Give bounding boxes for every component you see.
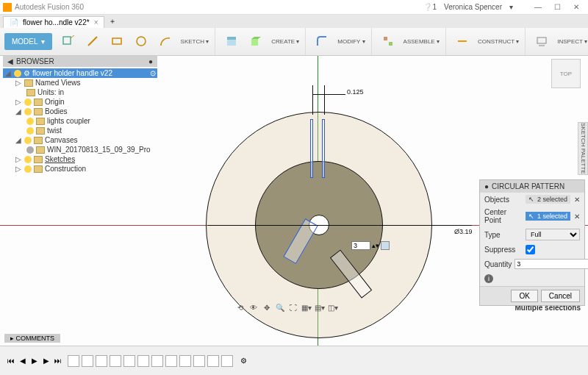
timeline-back-icon[interactable]: ◀: [18, 356, 28, 366]
look-icon[interactable]: 👁: [248, 303, 259, 313]
zoom-icon[interactable]: 🔍: [275, 303, 285, 313]
assemble-dropdown[interactable]: ASSEMBLE ▾: [401, 28, 442, 54]
slot-profile[interactable]: [310, 119, 313, 178]
help-badge[interactable]: ❔1: [423, 3, 437, 11]
minimize-button[interactable]: —: [529, 1, 547, 13]
objects-selector[interactable]: ↖ 2 selected: [526, 195, 570, 204]
pattern-qty-popup[interactable]: ▴▾: [351, 241, 390, 250]
new-tab-button[interactable]: ＋: [104, 15, 121, 28]
circle-tool[interactable]: [129, 28, 153, 54]
center-selector[interactable]: ↖ 1 selected: [526, 212, 570, 221]
maximize-button[interactable]: ☐: [548, 1, 566, 13]
ok-button[interactable]: OK: [511, 290, 537, 302]
arc-tool[interactable]: [154, 28, 177, 54]
clear-objects-icon[interactable]: ✕: [574, 196, 580, 204]
viewport-dropdown-icon[interactable]: ◫▾: [328, 303, 338, 313]
panel-header[interactable]: ●CIRCULAR PATTERN: [480, 180, 584, 193]
orbit-icon[interactable]: ⟲: [235, 303, 245, 313]
workspace-switcher[interactable]: MODEL▾: [4, 33, 52, 50]
type-select[interactable]: Full: [526, 229, 580, 240]
create-dropdown[interactable]: CREATE ▾: [268, 28, 302, 54]
tree-bodies[interactable]: ◢Bodies: [3, 107, 157, 116]
modify-dropdown[interactable]: MODIFY ▾: [334, 28, 368, 54]
timeline-start-icon[interactable]: ⏮: [6, 356, 16, 366]
tree-construction[interactable]: ▷Construction: [3, 164, 157, 174]
timeline-feature[interactable]: [207, 355, 219, 367]
tree-root[interactable]: ◢⚙flower holder handle v22⊙: [3, 68, 157, 78]
timeline-feature[interactable]: [221, 355, 233, 367]
svg-rect-0: [63, 37, 71, 44]
tree-canvas-item[interactable]: WIN_20170813_15_09_39_Pro: [3, 145, 157, 154]
viewcube[interactable]: TOP: [551, 59, 581, 88]
timeline-fwd-icon[interactable]: ▶: [41, 356, 51, 366]
main-toolbar: MODEL▾ SKETCH ▾ CREATE ▾ MODIFY ▾ ASSEMB…: [0, 28, 588, 56]
timeline-feature[interactable]: [96, 355, 107, 367]
clear-center-icon[interactable]: ✕: [574, 213, 580, 221]
dim-extension: [324, 85, 325, 115]
sketch-palette-tab[interactable]: SKETCH PALETTE: [578, 122, 588, 175]
suppress-label: Suppress: [484, 246, 523, 254]
svg-line-2: [88, 37, 97, 46]
construct-tool[interactable]: [451, 28, 474, 54]
quantity-input[interactable]: [514, 259, 588, 269]
svg-rect-3: [112, 38, 121, 44]
tree-named-views[interactable]: ▷Named Views: [3, 78, 157, 88]
dim-extension: [312, 85, 313, 115]
fillet-tool[interactable]: [310, 28, 334, 54]
timeline-feature[interactable]: [151, 355, 163, 367]
tree-body[interactable]: twist: [3, 126, 157, 135]
timeline-feature[interactable]: [110, 355, 121, 367]
svg-rect-5: [227, 40, 236, 46]
dim-width-value[interactable]: 0.125: [345, 88, 365, 96]
timeline-feature[interactable]: [68, 355, 79, 367]
objects-label: Objects: [484, 196, 523, 204]
pan-icon[interactable]: ✥: [262, 303, 272, 313]
comments-bar[interactable]: ▸ COMMENTS: [4, 334, 60, 343]
timeline-feature[interactable]: [137, 355, 149, 367]
user-name[interactable]: Veronica Spencer: [444, 3, 502, 11]
construct-dropdown[interactable]: CONSTRUCT ▾: [475, 28, 522, 54]
timeline-play-icon[interactable]: ▶: [29, 356, 40, 366]
close-button[interactable]: ✕: [567, 1, 585, 13]
user-dropdown-icon[interactable]: ▾: [509, 3, 513, 11]
timeline-end-icon[interactable]: ⏭: [53, 356, 63, 366]
assemble-tool[interactable]: [376, 28, 400, 54]
line-tool[interactable]: [81, 28, 104, 54]
document-tab[interactable]: 📄 flower ho...ndle v22* ×: [3, 16, 104, 28]
display-dropdown-icon[interactable]: ▦▾: [301, 303, 312, 313]
inspect-dropdown[interactable]: INSPECT ▾: [554, 28, 588, 54]
inspect-tool[interactable]: [530, 28, 553, 54]
timeline-feature[interactable]: [165, 355, 177, 367]
timeline-feature[interactable]: [179, 355, 191, 367]
timeline-feature[interactable]: [82, 355, 93, 367]
browser-tree: ◢⚙flower holder handle v22⊙ ▷Named Views…: [3, 67, 157, 175]
slot-profile[interactable]: [322, 119, 325, 178]
tree-units[interactable]: Units: in: [3, 88, 157, 97]
app-title: Autodesk Fusion 360: [15, 3, 423, 11]
timeline-settings-icon[interactable]: ⚙: [240, 357, 247, 365]
quantity-label: Quantity: [484, 260, 512, 268]
pattern-qty-input[interactable]: [351, 241, 370, 250]
timeline-feature[interactable]: [193, 355, 205, 367]
tree-sketches[interactable]: ▷Sketches: [3, 154, 157, 164]
box-tool[interactable]: [244, 28, 268, 54]
sketch-dropdown[interactable]: SKETCH ▾: [178, 28, 212, 54]
timeline-feature[interactable]: [123, 355, 135, 367]
svg-rect-6: [227, 37, 236, 40]
tree-origin[interactable]: ▷Origin: [3, 97, 157, 107]
grid-dropdown-icon[interactable]: ▤▾: [315, 303, 325, 313]
extrude-tool[interactable]: [220, 28, 243, 54]
dim-diameter-value[interactable]: Ø3.19: [453, 228, 474, 235]
tree-body[interactable]: lights coupler: [3, 116, 157, 126]
info-icon[interactable]: i: [484, 274, 493, 283]
sketch-tool[interactable]: [57, 28, 80, 54]
browser-header[interactable]: ◀BROWSER●: [3, 56, 157, 67]
rect-tool[interactable]: [105, 28, 129, 54]
suppress-checkbox[interactable]: [526, 245, 535, 254]
fit-icon[interactable]: ⛶: [288, 303, 298, 313]
center-label: Center Point: [484, 208, 523, 224]
cancel-button[interactable]: Cancel: [541, 290, 580, 302]
tab-label: flower ho...ndle v22*: [23, 18, 90, 26]
tab-close-icon[interactable]: ×: [94, 18, 98, 26]
tree-canvases[interactable]: ◢Canvases: [3, 135, 157, 145]
